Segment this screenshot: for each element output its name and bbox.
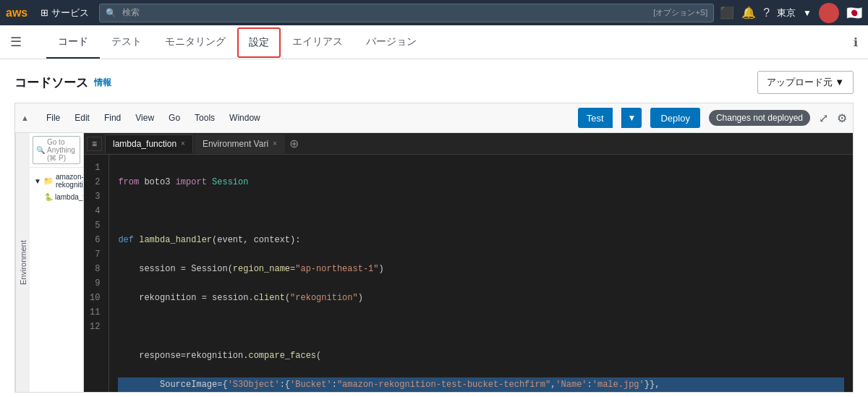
services-button[interactable]: ⊞ サービス [36, 4, 93, 22]
editor-tabs: ≡ lambda_function × Environment Vari × ⊕ [84, 133, 853, 155]
toolbar-view[interactable]: View [132, 111, 157, 124]
bell-icon[interactable]: 🔔 [741, 6, 756, 20]
file-icon: 🐍 [44, 193, 53, 201]
file-tree: ▼ 📁 amazon-rekognition ⚙ 🐍 lambda_functi… [30, 168, 83, 392]
changes-badge: Changes not deployed [709, 110, 810, 126]
editor-toolbar: ▲ File Edit Find View Go Tools Window Te… [14, 103, 854, 132]
grid-icon: ⊞ [41, 7, 48, 18]
code-editor[interactable]: 12345 678910 1112 from boto3 import Sess… [84, 155, 853, 392]
region-selector[interactable]: 東京 [777, 7, 796, 20]
search-placeholder: 検索 [122, 7, 647, 19]
aws-navbar: aws ⊞ サービス 🔍 検索 [オプション+S] ⬛ 🔔 ? 東京 ▼ 🇯🇵 [0, 0, 868, 25]
add-tab-button[interactable]: ⊕ [286, 137, 302, 150]
code-line-3: def lambda_handler(event, context): [118, 233, 844, 247]
info-link[interactable]: 情報 [94, 77, 111, 89]
resize-icon: ▲ [21, 114, 29, 122]
search-shortcut: [オプション+S] [653, 7, 707, 18]
editor-container: Environment 🔍 Go to Anything (⌘ P) ▼ 📁 [14, 132, 854, 393]
folder-amazon-rekognition[interactable]: ▼ 📁 amazon-rekognition ⚙ [30, 171, 83, 191]
services-label: サービス [51, 7, 89, 20]
collapse-icon: ▼ [34, 177, 41, 185]
code-line-1: from boto3 import Session [118, 175, 844, 189]
search-bar[interactable]: 🔍 検索 [オプション+S] [99, 4, 714, 22]
tab-lambda-label: lambda_function [113, 139, 176, 149]
info-icon[interactable]: ℹ [843, 35, 868, 49]
main-wrapper: ☰ コード テスト モニタリング 設定 エイリアス バージョン ℹ コードソース… [0, 25, 868, 397]
code-line-5: rekognition = session.client("rekognitio… [118, 291, 844, 305]
tab-close-env[interactable]: × [273, 140, 277, 148]
hamburger-menu[interactable]: ☰ [0, 34, 32, 50]
folder-icon: 📁 [43, 176, 54, 186]
content-area: コードソース 情報 アップロード元 ▼ ▲ File Edit Find Vie… [0, 59, 868, 397]
code-line-6 [118, 320, 844, 334]
aws-logo: aws [6, 7, 27, 20]
folder-name: amazon-rekognition [56, 173, 83, 189]
toolbar-go[interactable]: Go [166, 111, 183, 124]
tab-monitoring[interactable]: モニタリング [153, 27, 237, 59]
tab-code[interactable]: コード [46, 27, 100, 59]
file-lambda-function[interactable]: 🐍 lambda_function.py [30, 191, 83, 203]
file-search-input[interactable]: 🔍 Go to Anything (⌘ P) [33, 136, 80, 164]
search-icon: 🔍 [106, 8, 116, 18]
file-browser: Environment 🔍 Go to Anything (⌘ P) ▼ 📁 [15, 133, 84, 392]
screen-icon[interactable]: ⬛ [720, 6, 734, 20]
code-source-title: コードソース 情報 [14, 74, 111, 91]
code-editor-panel: ≡ lambda_function × Environment Vari × ⊕ [84, 133, 853, 392]
test-button[interactable]: Test [578, 108, 613, 128]
editor-settings-icon[interactable]: ⚙ [837, 111, 847, 125]
file-name: lambda_function.py [55, 193, 83, 201]
code-line-4: session = Session(region_name="ap-northe… [118, 262, 844, 276]
file-tree-toggle: ≡ [92, 139, 97, 149]
upload-source-button[interactable]: アップロード元 ▼ [757, 71, 854, 94]
file-tree-icon[interactable]: ≡ [87, 137, 102, 151]
tab-versions[interactable]: バージョン [354, 27, 428, 59]
line-numbers: 12345 678910 1112 [84, 155, 109, 392]
tab-close-lambda[interactable]: × [181, 140, 185, 148]
code-line-8: SourceImage={'S3Object':{'Bucket':"amazo… [118, 377, 844, 392]
toolbar-tools[interactable]: Tools [192, 111, 218, 124]
toolbar-find[interactable]: Find [101, 111, 124, 124]
tab-settings[interactable]: 設定 [237, 27, 281, 58]
flag-icon: 🇯🇵 [846, 5, 862, 21]
toolbar-window[interactable]: Window [226, 111, 263, 124]
expand-icon[interactable]: ⤢ [819, 111, 828, 125]
file-search-container: 🔍 Go to Anything (⌘ P) [30, 133, 83, 168]
code-line-7: response=rekognition.compare_faces( [118, 349, 844, 363]
environment-label: Environment [15, 133, 30, 392]
region-dropdown-icon: ▼ [803, 8, 812, 18]
question-icon[interactable]: ? [763, 7, 770, 20]
tab-navigation: コード テスト モニタリング 設定 エイリアス バージョン [32, 25, 843, 59]
test-dropdown-button[interactable]: ▼ [621, 108, 642, 128]
tab-aliases[interactable]: エイリアス [281, 27, 354, 59]
search-small-icon: 🔍 [36, 146, 45, 154]
deploy-button[interactable]: Deploy [650, 108, 699, 128]
tab-env-label: Environment Vari [203, 139, 268, 149]
tab-env-vars[interactable]: Environment Vari × [195, 135, 285, 153]
tab-lambda-function[interactable]: lambda_function × [105, 135, 193, 153]
tab-test[interactable]: テスト [100, 27, 153, 59]
toolbar-file[interactable]: File [43, 111, 63, 124]
toolbar-edit[interactable]: Edit [72, 111, 93, 124]
user-avatar[interactable] [819, 3, 839, 23]
code-content: from boto3 import Session def lambda_han… [109, 155, 853, 392]
code-source-header: コードソース 情報 アップロード元 ▼ [14, 71, 854, 94]
code-source-label: コードソース [14, 74, 88, 91]
nav-icons: ⬛ 🔔 ? 東京 ▼ 🇯🇵 [720, 3, 862, 23]
code-line-2 [118, 204, 844, 218]
search-hint: Go to Anything (⌘ P) [47, 138, 77, 162]
